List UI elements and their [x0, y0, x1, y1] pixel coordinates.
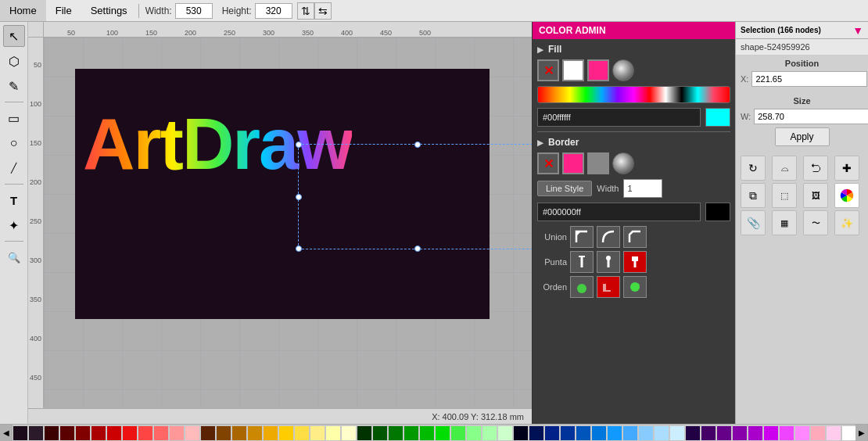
handle-ml[interactable]	[296, 194, 302, 200]
fill-expand-icon[interactable]: ▶	[537, 45, 543, 54]
palette-swatch[interactable]	[795, 426, 809, 440]
text-tool-btn[interactable]: T	[3, 189, 25, 211]
border-gray-swatch[interactable]	[587, 152, 609, 174]
palette-swatch[interactable]	[748, 426, 762, 440]
palette-swatch[interactable]	[13, 426, 27, 440]
zoom-tool-btn[interactable]: 🔍	[3, 246, 25, 268]
palette-swatch[interactable]	[670, 426, 684, 440]
union-round-btn[interactable]	[597, 226, 620, 248]
handle-bl[interactable]	[296, 246, 302, 252]
palette-swatch[interactable]	[357, 426, 371, 440]
palette-swatch[interactable]	[764, 426, 778, 440]
palette-swatch[interactable]	[623, 426, 637, 440]
palette-swatch[interactable]	[264, 426, 278, 440]
palette-swatch[interactable]	[608, 426, 622, 440]
palette-swatch[interactable]	[91, 426, 106, 440]
menu-settings[interactable]: Settings	[81, 0, 137, 21]
punta-round-btn[interactable]	[597, 251, 620, 273]
palette-swatch[interactable]	[420, 426, 434, 440]
clip-btn[interactable]: 📎	[741, 210, 766, 235]
palette-swatch[interactable]	[45, 426, 59, 440]
border-gradient-circle[interactable]	[612, 152, 634, 174]
palette-swatch[interactable]	[170, 426, 184, 440]
fill-gradient-circle[interactable]	[612, 59, 634, 81]
node-tool-btn[interactable]: ⬡	[3, 50, 25, 72]
line-style-btn[interactable]: Line Style	[537, 181, 592, 196]
palette-swatch[interactable]	[404, 426, 418, 440]
border-none-btn[interactable]: ✕	[537, 152, 559, 174]
rect-tool-btn[interactable]: ▭	[3, 107, 25, 129]
orden-back-btn[interactable]	[623, 276, 647, 298]
palette-swatch[interactable]	[545, 426, 559, 440]
height-input[interactable]	[255, 3, 292, 19]
palette-swatch[interactable]	[389, 426, 403, 440]
union-miter-btn[interactable]	[570, 226, 594, 248]
handle-tc[interactable]	[414, 142, 421, 148]
palette-swatch[interactable]	[123, 426, 137, 440]
palette-swatch[interactable]	[217, 426, 231, 440]
border-pink-swatch[interactable]	[562, 152, 584, 174]
x-input[interactable]	[751, 71, 867, 87]
border-width-input[interactable]	[623, 179, 662, 198]
width-input[interactable]	[175, 3, 213, 19]
palette-swatch[interactable]	[780, 426, 794, 440]
palette-right-arrow[interactable]: ▶	[855, 425, 868, 442]
palette-swatch[interactable]	[342, 426, 356, 440]
fill-none-btn[interactable]: ✕	[537, 59, 559, 81]
palette-swatch[interactable]	[29, 426, 43, 440]
select-tool-btn[interactable]: ↖	[3, 25, 25, 47]
gradient-bar[interactable]	[537, 86, 730, 103]
punta-flat-btn[interactable]	[570, 251, 594, 273]
palette-swatch[interactable]	[733, 426, 747, 440]
palette-swatch[interactable]	[655, 426, 669, 440]
handle-bc[interactable]	[414, 246, 421, 252]
fill-pink-swatch[interactable]	[587, 59, 609, 81]
union-bevel-btn[interactable]	[623, 226, 647, 248]
apply-button[interactable]: Apply	[775, 127, 830, 146]
magic-btn[interactable]: ✨	[834, 210, 859, 235]
flip-horizontal-btn[interactable]: ⇆	[314, 2, 332, 20]
palette-swatch[interactable]	[529, 426, 543, 440]
circle-tool-btn[interactable]: ○	[3, 132, 25, 154]
palette-swatch[interactable]	[514, 426, 528, 440]
palette-swatch[interactable]	[498, 426, 512, 440]
properties-expand-icon[interactable]: ▼	[852, 24, 863, 37]
palette-swatch[interactable]	[842, 426, 855, 440]
palette-swatch[interactable]	[701, 426, 716, 440]
palette-swatch[interactable]	[107, 426, 121, 440]
palette-swatch[interactable]	[482, 426, 497, 440]
menu-file[interactable]: File	[46, 0, 81, 21]
color-wheel-btn[interactable]	[834, 183, 859, 208]
palette-swatch[interactable]	[561, 426, 575, 440]
pencil-tool-btn[interactable]: ✎	[3, 75, 25, 97]
menu-home[interactable]: Home	[0, 0, 46, 21]
palette-swatch[interactable]	[310, 426, 325, 440]
wave-btn[interactable]: 〜	[803, 210, 828, 235]
palette-swatch[interactable]	[185, 426, 199, 440]
palette-swatch[interactable]	[60, 426, 74, 440]
border-color-preview[interactable]	[705, 203, 730, 221]
palette-swatch[interactable]	[373, 426, 387, 440]
fill-white-swatch[interactable]	[562, 59, 584, 81]
canvas-viewport[interactable]: ArtDraw	[44, 38, 532, 408]
palette-swatch[interactable]	[686, 426, 700, 440]
palette-swatch[interactable]	[811, 426, 825, 440]
palette-swatch[interactable]	[248, 426, 262, 440]
palette-swatch[interactable]	[592, 426, 606, 440]
orden-front-btn[interactable]	[570, 276, 594, 298]
palette-swatch[interactable]	[326, 426, 340, 440]
hatch-btn[interactable]: ▦	[772, 210, 797, 235]
dashed-rect-btn[interactable]: ⬚	[772, 183, 797, 208]
border-hex-input[interactable]	[537, 203, 701, 221]
border-expand-icon[interactable]: ▶	[537, 138, 543, 147]
star-tool-btn[interactable]: ✦	[3, 214, 25, 236]
palette-swatch[interactable]	[154, 426, 168, 440]
palette-swatch[interactable]	[201, 426, 215, 440]
palette-swatch[interactable]	[717, 426, 731, 440]
palette-swatch[interactable]	[467, 426, 481, 440]
palette-swatch[interactable]	[576, 426, 590, 440]
palette-swatch[interactable]	[639, 426, 653, 440]
palette-swatch[interactable]	[827, 426, 841, 440]
undo-btn[interactable]: ⮌	[803, 156, 828, 181]
flip-vertical-btn[interactable]: ⇅	[297, 2, 314, 20]
